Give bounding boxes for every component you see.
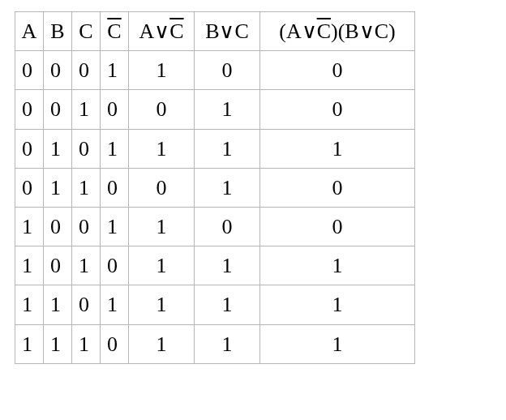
table-body: 0 0 0 1 1 0 0 0 0 1 0 0 1 0 0 1 0 1	[15, 51, 415, 364]
header-Cbar: C	[101, 12, 129, 51]
header-C: C	[72, 12, 101, 51]
header-A-or-Cbar-pre: A∨	[139, 19, 169, 43]
cell-product: 0	[260, 90, 415, 129]
cell-B-or-C: 1	[195, 285, 260, 324]
cell-A: 1	[15, 246, 44, 285]
cell-Cbar: 0	[101, 90, 129, 129]
cell-product: 0	[260, 168, 415, 207]
cell-B: 1	[44, 285, 72, 324]
cell-B: 0	[44, 90, 72, 129]
cell-B: 0	[44, 207, 72, 246]
header-B: B	[44, 12, 72, 51]
table-header: A B C C A∨C B∨C (A∨C)(B∨C)	[15, 12, 415, 51]
cell-B-or-C: 0	[195, 207, 260, 246]
cell-A: 0	[15, 129, 44, 168]
truth-table: A B C C A∨C B∨C (A∨C)(B∨C) 0 0 0 1 1 0 0…	[15, 11, 415, 364]
header-B-or-C: B∨C	[195, 12, 260, 51]
cell-A-or-Cbar: 1	[129, 324, 195, 363]
cell-B-or-C: 0	[195, 51, 260, 90]
table-row: 0 0 1 0 0 1 0	[15, 90, 415, 129]
cell-C: 1	[72, 246, 101, 285]
cell-A: 0	[15, 168, 44, 207]
header-product-bar: C	[317, 19, 331, 43]
cell-A: 0	[15, 51, 44, 90]
cell-B-or-C: 1	[195, 129, 260, 168]
cell-B-or-C: 1	[195, 168, 260, 207]
cell-A: 0	[15, 90, 44, 129]
cell-A-or-Cbar: 1	[129, 246, 195, 285]
header-row: A B C C A∨C B∨C (A∨C)(B∨C)	[15, 12, 415, 51]
cell-C: 0	[72, 129, 101, 168]
cell-product: 1	[260, 285, 415, 324]
cell-A: 1	[15, 324, 44, 363]
cell-Cbar: 1	[101, 285, 129, 324]
cell-C: 0	[72, 285, 101, 324]
cell-A-or-Cbar: 0	[129, 168, 195, 207]
header-product-pre: (A∨	[279, 19, 316, 43]
cell-C: 0	[72, 207, 101, 246]
cell-C: 1	[72, 168, 101, 207]
cell-C: 1	[72, 90, 101, 129]
table-row: 1 1 0 1 1 1 1	[15, 285, 415, 324]
table-row: 0 1 0 1 1 1 1	[15, 129, 415, 168]
header-A: A	[15, 12, 44, 51]
cell-A-or-Cbar: 1	[129, 285, 195, 324]
cell-product: 0	[260, 207, 415, 246]
cell-B-or-C: 1	[195, 246, 260, 285]
cell-Cbar: 1	[101, 207, 129, 246]
table-row: 0 1 1 0 0 1 0	[15, 168, 415, 207]
header-A-or-Cbar-bar: C	[169, 19, 183, 43]
cell-A: 1	[15, 207, 44, 246]
cell-Cbar: 0	[101, 324, 129, 363]
cell-product: 1	[260, 246, 415, 285]
cell-product: 1	[260, 324, 415, 363]
cbar-overline: C	[107, 19, 121, 43]
cell-product: 0	[260, 51, 415, 90]
table-row: 1 0 1 0 1 1 1	[15, 246, 415, 285]
cell-A-or-Cbar: 1	[129, 51, 195, 90]
cell-B-or-C: 1	[195, 324, 260, 363]
cell-A-or-Cbar: 1	[129, 207, 195, 246]
cell-product: 1	[260, 129, 415, 168]
cell-B: 1	[44, 168, 72, 207]
header-product: (A∨C)(B∨C)	[260, 12, 415, 51]
header-A-or-Cbar: A∨C	[129, 12, 195, 51]
cell-C: 0	[72, 51, 101, 90]
table-row: 1 0 0 1 1 0 0	[15, 207, 415, 246]
cell-Cbar: 1	[101, 51, 129, 90]
cell-B: 0	[44, 246, 72, 285]
table-row: 1 1 1 0 1 1 1	[15, 324, 415, 363]
cell-Cbar: 0	[101, 246, 129, 285]
cell-B-or-C: 1	[195, 90, 260, 129]
cell-Cbar: 1	[101, 129, 129, 168]
cell-B: 1	[44, 129, 72, 168]
cell-A-or-Cbar: 0	[129, 90, 195, 129]
header-product-post: )(B∨C)	[331, 19, 396, 43]
cell-A-or-Cbar: 1	[129, 129, 195, 168]
cell-B: 0	[44, 51, 72, 90]
cell-Cbar: 0	[101, 168, 129, 207]
cell-B: 1	[44, 324, 72, 363]
table-row: 0 0 0 1 1 0 0	[15, 51, 415, 90]
cell-A: 1	[15, 285, 44, 324]
truth-table-container: A B C C A∨C B∨C (A∨C)(B∨C) 0 0 0 1 1 0 0…	[0, 0, 506, 375]
cell-C: 1	[72, 324, 101, 363]
